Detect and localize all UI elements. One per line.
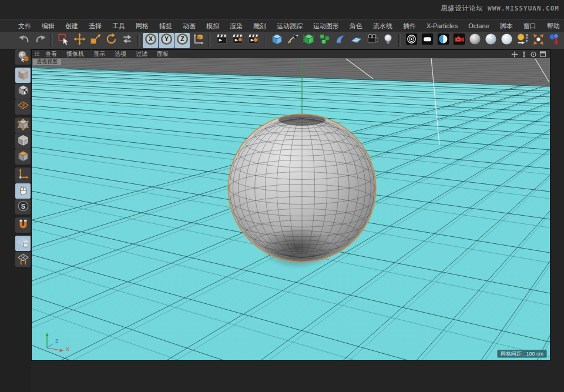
octane-target-button[interactable] xyxy=(404,33,419,48)
menu-item-5[interactable]: 工具 xyxy=(107,22,130,31)
material-sphere-1-button[interactable] xyxy=(467,33,482,48)
viewport-scene[interactable]: ZX 透视视图 网格间距 : 100 cm xyxy=(32,58,550,360)
scale-icon xyxy=(89,32,102,48)
menu-item-15[interactable]: 流水线 xyxy=(368,22,398,31)
viewport: 查看摄像机显示选项过滤面板 ZX 透视视图 网格间距 : 100 cm xyxy=(31,49,550,361)
viewport-menu-item-1[interactable]: 查看 xyxy=(41,50,62,58)
snap-toggle-icon: S xyxy=(16,199,30,215)
environment-button[interactable] xyxy=(348,33,364,48)
viewport-view-label[interactable]: 透视视图 xyxy=(33,59,61,65)
menu-item-11[interactable]: 雕刻 xyxy=(248,22,271,31)
viewport-nav-controls xyxy=(511,51,548,58)
scatter-tool-button[interactable] xyxy=(531,33,546,48)
rotate-button[interactable] xyxy=(103,33,119,48)
axis-x-icon: X xyxy=(144,32,157,48)
material-sphere-2-button[interactable] xyxy=(483,33,498,48)
workplane-lock-button[interactable] xyxy=(15,236,31,251)
menu-item-9[interactable]: 模拟 xyxy=(201,22,224,31)
menu-item-17[interactable]: X-Particles xyxy=(421,22,463,29)
menu-item-1[interactable]: 文件 xyxy=(13,22,36,31)
menu-item-10[interactable]: 渲染 xyxy=(224,22,248,31)
mograph-icon xyxy=(318,32,331,48)
menu-item-14[interactable]: 角色 xyxy=(344,22,368,31)
axis-z-button[interactable]: Z xyxy=(174,33,190,48)
viewport-menu-item-4[interactable]: 选项 xyxy=(110,50,131,58)
model-mode-icon xyxy=(16,68,30,83)
watermark: 思缘设计论坛 WWW.MISSYUAN.COM xyxy=(441,4,559,13)
pen-spline-button[interactable] xyxy=(285,33,300,48)
viewport-menu-item-6[interactable]: 面板 xyxy=(152,50,173,58)
deformer-button[interactable] xyxy=(333,33,348,48)
menu-item-20[interactable]: 窗口 xyxy=(518,22,542,31)
rotate-icon xyxy=(105,32,118,48)
light-button[interactable] xyxy=(380,33,395,48)
xyz-transfer-button[interactable]: XYZ xyxy=(515,33,530,48)
subdivision-surface-icon xyxy=(302,32,315,48)
camera-button[interactable] xyxy=(364,33,380,48)
axis-mode-button[interactable] xyxy=(15,167,31,183)
menu-item-2[interactable]: 编辑 xyxy=(36,22,60,31)
menu-item-4[interactable]: 选择 xyxy=(83,22,107,31)
polygons-mode-button[interactable] xyxy=(15,149,31,165)
menu-item-19[interactable]: 脚本 xyxy=(495,22,518,31)
menu-item-18[interactable]: Octane xyxy=(463,22,494,29)
redo-icon xyxy=(33,32,47,48)
menu-item-12[interactable]: 运动跟踪 xyxy=(271,22,308,31)
axis-y-button[interactable]: Y xyxy=(159,33,174,48)
material-sphere-2-icon xyxy=(484,32,498,48)
scale-button[interactable] xyxy=(88,33,103,48)
menu-item-8[interactable]: 动画 xyxy=(177,22,201,31)
undo-button[interactable] xyxy=(16,33,32,48)
maximize-view-icon[interactable] xyxy=(539,51,546,58)
redo-button[interactable] xyxy=(32,33,48,48)
viewport-menu-item-5[interactable]: 过滤 xyxy=(131,50,152,58)
workplane-mode-button[interactable] xyxy=(15,99,31,115)
subdivision-surface-button[interactable] xyxy=(301,33,316,48)
magnet-snap-button[interactable] xyxy=(15,217,31,233)
menu-item-6[interactable]: 网格 xyxy=(130,22,154,31)
model-mode-button[interactable] xyxy=(15,68,31,83)
viewport-menu: 查看摄像机显示选项过滤面板 xyxy=(32,50,550,58)
points-mode-button[interactable] xyxy=(15,118,31,133)
octane-camera-button[interactable] xyxy=(451,33,466,48)
viewport-menu-item-3[interactable]: 显示 xyxy=(89,50,110,58)
primitive-cube-button[interactable] xyxy=(269,33,284,48)
viewport-grid-icon[interactable] xyxy=(34,51,41,58)
live-selection-button[interactable] xyxy=(56,33,71,48)
rotate-view-icon[interactable] xyxy=(529,51,537,58)
material-sphere-3-button[interactable] xyxy=(499,33,514,48)
points-mode-icon xyxy=(16,118,30,133)
gravity-tool-button[interactable] xyxy=(546,33,562,48)
convert-editable-button[interactable] xyxy=(15,49,31,65)
camera-icon xyxy=(365,32,379,48)
pan-icon[interactable] xyxy=(511,51,518,58)
mograph-button[interactable] xyxy=(317,33,332,48)
toolbar-separator xyxy=(51,34,53,47)
menu-item-13[interactable]: 运动图形 xyxy=(308,22,344,31)
snap-toggle-button[interactable]: S xyxy=(15,199,31,215)
zoom-icon[interactable] xyxy=(520,51,528,58)
edges-mode-button[interactable] xyxy=(15,133,31,149)
perspective-scene: ZX xyxy=(32,58,550,360)
move-button[interactable] xyxy=(72,33,87,48)
menu-item-16[interactable]: 插件 xyxy=(398,22,421,31)
octane-hdri-button[interactable] xyxy=(435,33,451,48)
coord-system-button[interactable] xyxy=(190,33,206,48)
viewport-menu-item-2[interactable]: 摄像机 xyxy=(62,50,89,58)
workplane-grid-button[interactable] xyxy=(15,252,31,267)
texture-mode-button[interactable] xyxy=(15,83,31,99)
toolbar-separator xyxy=(209,34,211,47)
render-view-button[interactable] xyxy=(214,33,229,48)
menu-item-7[interactable]: 捕捉 xyxy=(154,22,177,31)
render-settings-button[interactable] xyxy=(246,33,261,48)
pen-spline-icon xyxy=(286,32,300,48)
axis-x-button[interactable]: X xyxy=(143,33,158,48)
render-region-button[interactable] xyxy=(230,33,245,48)
octane-target-icon xyxy=(405,32,418,48)
last-tool-button[interactable] xyxy=(119,33,135,48)
octane-arealight-button[interactable] xyxy=(419,33,435,48)
workplane-mode-icon xyxy=(16,99,30,115)
viewport-solo-button[interactable] xyxy=(15,183,31,199)
menu-item-21[interactable]: 帮助 xyxy=(542,22,564,31)
menu-item-3[interactable]: 创建 xyxy=(60,22,83,31)
